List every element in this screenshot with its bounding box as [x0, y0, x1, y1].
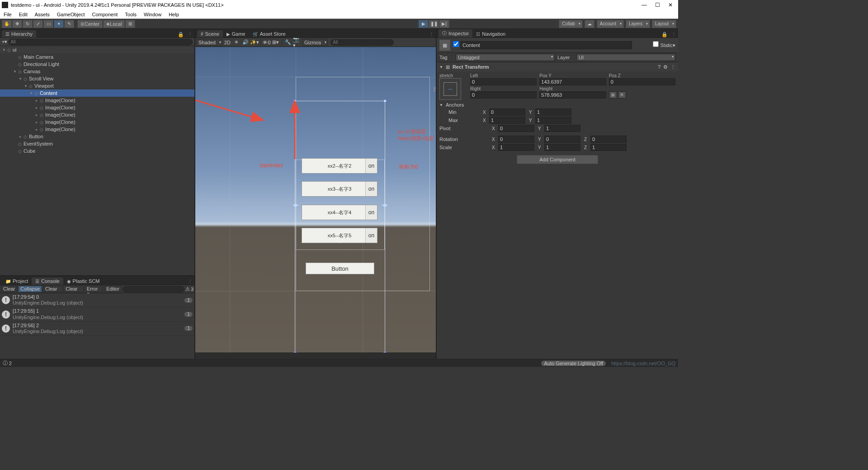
tag-dropdown[interactable]: Untagged [456, 54, 555, 61]
inspector-lock-icon[interactable]: 🔒 [661, 32, 668, 38]
gizmos-dropdown[interactable]: Gizmos [302, 39, 328, 46]
tree-item-viewport[interactable]: ▼◇Viewport [0, 82, 194, 89]
console-error-pause[interactable]: Error Pause [85, 286, 103, 292]
rotate-tool[interactable]: ↻ [23, 20, 33, 28]
layers-dropdown[interactable]: Layers [626, 20, 650, 28]
cloud-button[interactable]: ☁ [585, 20, 594, 28]
rect-transform-header[interactable]: ▼ ⊞ Rect Transform ? ⚙ ⋮ [437, 62, 678, 71]
draw-mode-dropdown[interactable]: Shaded [196, 39, 222, 46]
console-clear-build[interactable]: Clear on Build [63, 286, 84, 292]
plastic-scm-tab[interactable]: ◉Plastic SCM [63, 277, 104, 285]
layout-dropdown[interactable]: Layout [652, 20, 676, 28]
on-button[interactable]: on [365, 182, 377, 196]
anchors-foldout-icon[interactable]: ▼ [439, 103, 443, 107]
play-button[interactable]: ▶ [419, 20, 429, 28]
fx-toggle[interactable]: ✨▾ [250, 39, 259, 46]
hierarchy-menu-icon[interactable]: ⋮ [188, 32, 193, 38]
console-editor-dd[interactable]: Editor ▾ [104, 286, 122, 292]
posz-field[interactable] [609, 78, 675, 85]
transform-tool[interactable]: ✦ [54, 20, 64, 28]
console-log-count[interactable]: ⚠ 3 [185, 286, 193, 292]
console-menu-icon[interactable]: ⋮ [188, 279, 193, 285]
minimize-button[interactable]: — [642, 2, 647, 8]
menu-tools[interactable]: Tools [125, 12, 137, 17]
snap-toggle[interactable]: ⊞ [125, 20, 135, 28]
scene-search[interactable] [330, 39, 394, 46]
handle-toggle[interactable]: ◈Local [103, 20, 125, 28]
tree-item-main-camera[interactable]: ◇Main Camera [0, 53, 194, 61]
tree-item-image-clone-[interactable]: ▸◇Image(Clone) [0, 118, 194, 126]
posy-field[interactable] [539, 78, 606, 85]
menu-gameobject[interactable]: GameObject [57, 12, 85, 17]
content-rect[interactable] [295, 101, 385, 352]
tree-item-content[interactable]: ▼◇Content [0, 89, 194, 97]
log-item[interactable]: ![17:29:55] 1UnityEngine.Debug:Log (obje… [0, 307, 194, 321]
tree-item-image-clone-[interactable]: ▸◇Image(Clone) [0, 126, 194, 133]
button-item[interactable]: Button [306, 263, 374, 274]
console-search[interactable] [123, 286, 184, 292]
rect-handle-bl[interactable] [293, 352, 297, 352]
scene-scrollbar[interactable] [195, 352, 436, 359]
console-clear-play[interactable]: Clear on Play [43, 286, 62, 292]
height-field[interactable] [539, 91, 606, 99]
tree-item-image-clone-[interactable]: ▸◇Image(Clone) [0, 97, 194, 104]
menu-component[interactable]: Component [92, 12, 118, 17]
active-checkbox[interactable] [453, 41, 459, 47]
tree-item-eventsystem[interactable]: ◇EventSystem [0, 140, 194, 147]
account-dropdown[interactable]: Account [597, 20, 624, 28]
project-tab[interactable]: 📁Project [2, 277, 32, 285]
menu-assets[interactable]: Assets [35, 12, 50, 17]
scale-z[interactable] [590, 144, 627, 151]
raw-edit-button[interactable]: R [618, 91, 626, 99]
scene-menu-icon[interactable]: ⋮ [429, 32, 434, 38]
name-field[interactable] [460, 41, 632, 49]
scale-x[interactable] [498, 144, 534, 151]
tree-item-directional-light[interactable]: ◇Directional Light [0, 61, 194, 68]
tree-item-canvas[interactable]: ▼◇Canvas [0, 68, 194, 75]
tree-item-button[interactable]: ▸◇Button [0, 133, 194, 140]
on-button[interactable]: on [365, 205, 377, 220]
close-button[interactable]: ✕ [668, 2, 673, 8]
tree-item-cube[interactable]: ◇Cube [0, 147, 194, 155]
rect-handle-tr[interactable] [383, 99, 387, 103]
tree-item-scroll-view[interactable]: ▼◇Scroll View [0, 75, 194, 82]
rect-handle-br[interactable] [383, 352, 387, 352]
scale-y[interactable] [544, 144, 580, 151]
static-checkbox[interactable] [653, 41, 659, 47]
rect-preset-icon[interactable]: ⚙ [663, 64, 668, 70]
hierarchy-create-button[interactable]: +▾ [2, 39, 7, 45]
rect-help-icon[interactable]: ? [658, 64, 660, 70]
tools-toggle[interactable]: 🔧 [284, 39, 292, 46]
lighting-status[interactable]: Auto Generate Lighting Off [541, 361, 606, 366]
step-button[interactable]: ▶| [439, 20, 449, 28]
hand-tool[interactable]: ✋ [2, 20, 12, 28]
menu-window[interactable]: Window [144, 12, 161, 17]
hierarchy-lock-icon[interactable]: 🔒 [178, 32, 184, 38]
2d-toggle[interactable]: 2D [223, 39, 231, 46]
anchor-max-y[interactable] [535, 117, 571, 124]
custom-tool[interactable]: ✎ [64, 20, 74, 28]
inspector-tab[interactable]: ⓘInspector [439, 29, 472, 38]
hierarchy-search[interactable] [8, 39, 193, 45]
blueprint-button[interactable]: ⊞ [609, 91, 617, 99]
left-field[interactable] [470, 78, 537, 85]
tree-item-image-clone-[interactable]: ▸◇Image(Clone) [0, 104, 194, 111]
pause-button[interactable]: ❚❚ [429, 20, 439, 28]
game-tab[interactable]: ▶Game [223, 30, 249, 38]
pivot-y[interactable] [544, 125, 580, 132]
console-collapse[interactable]: Collapse [18, 286, 42, 292]
menu-file[interactable]: File [4, 12, 12, 17]
log-item[interactable]: ![17:29:56] 2UnityEngine.Debug:Log (obje… [0, 322, 194, 336]
rect-tool[interactable]: ▭ [43, 20, 53, 28]
grid-toggle[interactable]: ⊞▾ [272, 39, 280, 46]
audio-toggle[interactable]: 🔊 [241, 39, 250, 46]
rot-z[interactable] [590, 136, 627, 143]
right-field[interactable] [470, 91, 537, 99]
rot-x[interactable] [498, 136, 534, 143]
pivot-x[interactable] [498, 125, 534, 132]
on-button[interactable]: on [365, 159, 377, 173]
anchor-min-y[interactable] [535, 108, 571, 116]
log-item[interactable]: ![17:29:54] 0UnityEngine.Debug:Log (obje… [0, 293, 194, 307]
move-tool[interactable]: ✥ [12, 20, 22, 28]
anchor-min-x[interactable] [489, 108, 525, 116]
